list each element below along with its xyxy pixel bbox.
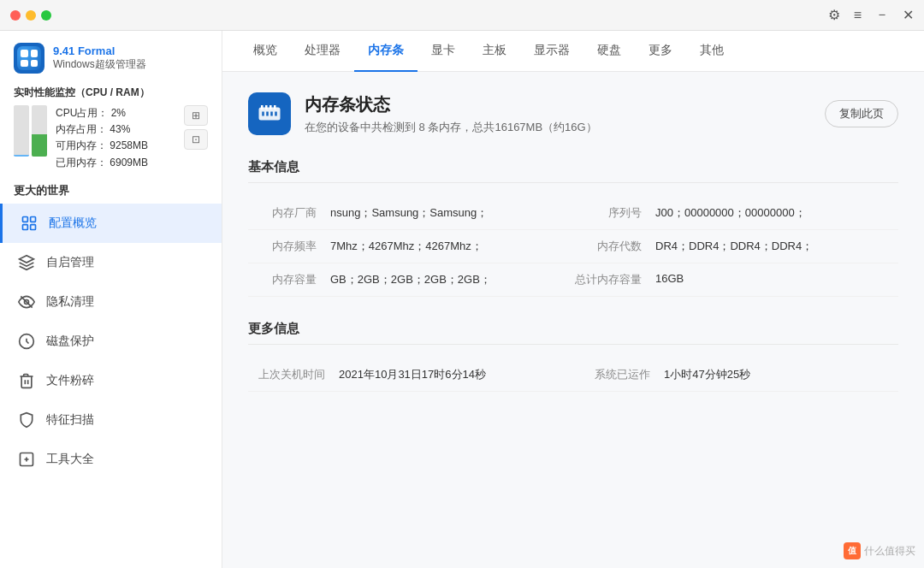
svg-rect-18 [274, 105, 276, 109]
sidebar-label-disk: 磁盘保护 [46, 334, 94, 349]
perf-icon-btn-2[interactable]: ⊡ [184, 129, 208, 150]
dot2 [31, 50, 38, 57]
svg-rect-14 [275, 112, 277, 116]
sidebar-label-shred: 文件粉碎 [46, 373, 94, 388]
sidebar-label-startup: 自启管理 [46, 255, 94, 270]
sidebar-item-privacy[interactable]: 隐私清理 [0, 282, 222, 322]
performance-section: 实时性能监控（CPU / RAM） CPU占用： 2% [0, 82, 222, 178]
ram-bar-fill [32, 134, 47, 157]
tab-memory[interactable]: 内存条 [354, 31, 418, 72]
sidebar-nav: 配置概览 自启管理 隐私清理 [0, 204, 222, 479]
window-close-icon[interactable]: ✕ [903, 7, 914, 23]
app-logo-icon [14, 43, 44, 74]
used-stat: 已用内存： 6909MB [56, 155, 175, 171]
dot1 [21, 50, 28, 57]
top-nav: 概览 处理器 内存条 显卡 主板 显示器 硬盘 更多 [222, 31, 924, 72]
ram-bar [32, 105, 47, 157]
svg-rect-16 [265, 105, 268, 109]
minimize-button[interactable] [26, 10, 36, 21]
serial-value: J00；00000000；00000000； [655, 205, 898, 221]
dot4 [31, 60, 38, 68]
ram-stat: 内存占用： 43% [56, 121, 175, 138]
dot3 [21, 60, 28, 68]
privacy-icon [17, 293, 36, 311]
memory-header: 内存条状态 在您的设备中共检测到 8 条内存，总共16167MB（约16G） 复… [248, 92, 898, 135]
sidebar-item-shred[interactable]: 文件粉碎 [0, 361, 222, 400]
perf-bars [14, 105, 47, 157]
perf-action-icons: ⊞ ⊡ [184, 105, 208, 150]
disk-icon [17, 332, 36, 351]
sidebar-item-disk[interactable]: 磁盘保护 [0, 322, 222, 361]
svg-rect-12 [266, 112, 269, 116]
info-row-total: 总计内存容量 16GB [573, 263, 898, 297]
app-logo: 9.41 Formal Windows超级管理器 [0, 31, 222, 82]
total-label: 总计内存容量 [573, 272, 642, 287]
info-row-cap: 内存容量 GB；2GB；2GB；2GB；2GB； [248, 263, 573, 297]
svg-rect-1 [31, 216, 36, 222]
svg-rect-0 [23, 216, 28, 222]
perf-icon-btn-1[interactable]: ⊞ [184, 105, 208, 126]
svg-rect-2 [23, 224, 28, 229]
cpu-bar-fill [14, 155, 29, 157]
startup-icon [17, 253, 36, 272]
memory-title-block: 内存条状态 在您的设备中共检测到 8 条内存，总共16167MB（约16G） [305, 93, 811, 135]
tab-gpu[interactable]: 显卡 [418, 31, 469, 72]
copy-page-button[interactable]: 复制此页 [825, 100, 898, 127]
window-min-icon[interactable]: － [875, 6, 889, 24]
freq-value: 7Mhz；4267Mhz；4267Mhz； [330, 239, 573, 254]
tab-display[interactable]: 显示器 [520, 31, 583, 72]
sidebar-item-tools[interactable]: 工具大全 [0, 440, 222, 479]
gen-value: DR4；DDR4；DDR4；DDR4； [655, 239, 898, 254]
tab-cpu[interactable]: 处理器 [291, 31, 354, 72]
sidebar: 9.41 Formal Windows超级管理器 实时性能监控（CPU / RA… [0, 31, 222, 568]
cap-value: GB；2GB；2GB；2GB；2GB； [330, 272, 573, 287]
tab-more[interactable]: 更多 [635, 31, 686, 72]
uptime-value: 1小时47分钟25秒 [664, 367, 898, 382]
watermark: 值 什么值得买 [844, 542, 915, 559]
basic-info-grid: 内存厂商 nsung；Samsung；Samsung； 序列号 J00；0000… [248, 197, 898, 297]
tab-overview[interactable]: 概览 [240, 31, 291, 72]
world-label: 更大的世界 [0, 178, 222, 204]
sidebar-label-config: 配置概览 [49, 216, 97, 231]
main-content: 概览 处理器 内存条 显卡 主板 显示器 硬盘 更多 [222, 31, 924, 568]
config-icon [20, 214, 38, 233]
vendor-value: nsung；Samsung；Samsung； [330, 205, 573, 221]
tab-motherboard[interactable]: 主板 [469, 31, 520, 72]
app-version: 9.41 Formal [53, 44, 146, 57]
tools-icon [17, 450, 36, 469]
shutdown-label: 上次关机时间 [248, 367, 325, 382]
logo-text: 9.41 Formal Windows超级管理器 [53, 44, 146, 72]
title-bar: ⚙ ≡ － ✕ [0, 0, 924, 31]
gen-label: 内存代数 [573, 239, 642, 254]
watermark-icon: 值 [844, 542, 861, 559]
tab-hdd[interactable]: 硬盘 [583, 31, 635, 72]
uptime-label: 系统已运作 [573, 367, 650, 382]
sidebar-item-config[interactable]: 配置概览 [0, 204, 222, 243]
menu-icon[interactable]: ≡ [854, 8, 862, 23]
logo-dots [17, 46, 41, 70]
close-button[interactable] [10, 10, 21, 21]
info-row-vendor: 内存厂商 nsung；Samsung；Samsung； [248, 197, 573, 230]
sidebar-item-startup[interactable]: 自启管理 [0, 243, 222, 282]
perf-title: 实时性能监控（CPU / RAM） [14, 86, 208, 100]
more-info-row-uptime: 系统已运作 1小时47分钟25秒 [573, 358, 898, 392]
svg-rect-11 [262, 112, 264, 116]
sidebar-label-tools: 工具大全 [46, 452, 94, 467]
app-body: 9.41 Formal Windows超级管理器 实时性能监控（CPU / RA… [0, 31, 924, 568]
sidebar-item-scan[interactable]: 特征扫描 [0, 400, 222, 440]
maximize-button[interactable] [41, 10, 51, 21]
settings-icon[interactable]: ⚙ [828, 7, 840, 23]
watermark-text: 什么值得买 [864, 544, 915, 559]
avail-stat: 可用内存： 9258MB [56, 138, 175, 154]
content-area: 内存条状态 在您的设备中共检测到 8 条内存，总共16167MB（约16G） 复… [222, 72, 924, 568]
svg-rect-3 [31, 224, 36, 229]
info-row-gen: 内存代数 DR4；DDR4；DDR4；DDR4； [573, 230, 898, 263]
perf-stats: CPU占用： 2% 内存占用： 43% 可用内存： 9258MB 已用内存： 6… [56, 105, 175, 171]
more-info-grid: 上次关机时间 2021年10月31日17时6分14秒 系统已运作 1小时47分钟… [248, 358, 898, 392]
basic-info-section: 基本信息 内存厂商 nsung；Samsung；Samsung； 序列号 J00… [248, 159, 898, 297]
vendor-label: 内存厂商 [248, 205, 317, 221]
cap-label: 内存容量 [248, 272, 317, 287]
more-info-row-shutdown: 上次关机时间 2021年10月31日17时6分14秒 [248, 358, 573, 392]
tab-other[interactable]: 其他 [686, 31, 737, 72]
shred-icon [17, 371, 36, 390]
